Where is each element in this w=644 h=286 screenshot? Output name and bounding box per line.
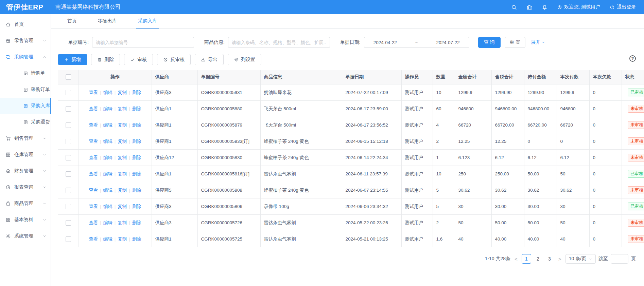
sidebar-item[interactable]: 报表查询	[0, 179, 51, 195]
edit-link[interactable]: 编辑	[103, 236, 112, 242]
sidebar-item[interactable]: 零售管理	[0, 33, 51, 49]
order-no-input[interactable]	[92, 37, 194, 48]
copy-link[interactable]: 复制	[118, 236, 127, 242]
copy-link[interactable]: 复制	[118, 122, 127, 128]
sidebar-item[interactable]: 采购管理	[0, 49, 51, 65]
copy-link[interactable]: 复制	[118, 220, 127, 225]
jump-label: 跳至	[598, 256, 608, 262]
search-button[interactable]: 查 询	[478, 37, 501, 48]
tab-item[interactable]: 采购入库	[136, 14, 159, 28]
copy-link[interactable]: 复制	[118, 204, 127, 209]
edit-link[interactable]: 编辑	[103, 204, 112, 209]
edit-link[interactable]: 编辑	[103, 188, 112, 193]
page-number[interactable]: 3	[545, 254, 554, 264]
sidebar-item[interactable]: 仓库管理	[0, 147, 51, 163]
search-icon[interactable]	[511, 4, 517, 10]
bank-icon[interactable]	[526, 4, 532, 10]
row-checkbox[interactable]	[66, 122, 71, 128]
delete-button[interactable]: 删除	[91, 54, 120, 65]
copy-link[interactable]: 复制	[118, 171, 127, 176]
page-number[interactable]: 1	[522, 254, 531, 264]
view-link[interactable]: 查看	[89, 90, 98, 95]
sidebar-subitem[interactable]: 采购退货	[0, 114, 51, 130]
view-link[interactable]: 查看	[89, 155, 98, 160]
sidebar-item[interactable]: 系统管理	[0, 228, 51, 244]
row-actions: 查看|编辑|复制|删除	[79, 117, 152, 133]
view-link[interactable]: 查看	[89, 220, 98, 225]
edit-link[interactable]: 编辑	[103, 220, 112, 225]
column-settings-button[interactable]: 列设置	[228, 54, 261, 65]
add-button[interactable]: 新增	[58, 54, 87, 65]
cell-supplier: 供应商1	[152, 133, 197, 150]
row-checkbox[interactable]	[66, 106, 71, 112]
view-link[interactable]: 查看	[89, 106, 98, 111]
delete-link[interactable]: 删除	[132, 204, 141, 209]
sidebar-subitem[interactable]: 采购入库	[0, 98, 51, 114]
grid-icon	[5, 217, 11, 223]
page-size-select[interactable]: 10 条/页	[565, 254, 596, 264]
sidebar-subitem[interactable]: 请购单	[0, 65, 51, 81]
logout-button[interactable]: 退出登录	[610, 4, 636, 10]
audit-button[interactable]: 审核	[124, 54, 153, 65]
view-link[interactable]: 查看	[89, 139, 98, 144]
edit-link[interactable]: 编辑	[103, 155, 112, 160]
row-checkbox[interactable]	[66, 139, 71, 144]
jump-page-input[interactable]	[611, 254, 628, 264]
row-checkbox[interactable]	[66, 90, 71, 95]
next-page-button[interactable]: >	[557, 256, 563, 262]
date-from[interactable]: 2024-04-22	[373, 40, 397, 45]
view-link[interactable]: 查看	[89, 188, 98, 193]
page-number[interactable]: 2	[533, 254, 543, 264]
prev-page-button[interactable]: <	[513, 256, 519, 262]
export-button[interactable]: 导出	[195, 54, 224, 65]
sidebar-item[interactable]: 商品管理	[0, 195, 51, 212]
date-range-picker[interactable]: 2024-04-22 ~ 2024-07-22	[364, 37, 469, 48]
delete-link[interactable]: 删除	[132, 139, 141, 144]
copy-link[interactable]: 复制	[118, 106, 127, 111]
unaudit-button[interactable]: 反审核	[157, 54, 191, 65]
edit-link[interactable]: 编辑	[103, 139, 112, 144]
tab-item[interactable]: 首页	[66, 14, 79, 28]
delete-link[interactable]: 删除	[132, 90, 141, 95]
welcome-user[interactable]: 欢迎您, 测试用户	[557, 4, 600, 10]
select-all-checkbox[interactable]	[66, 74, 71, 80]
view-link[interactable]: 查看	[89, 122, 98, 128]
view-link[interactable]: 查看	[89, 171, 98, 176]
row-checkbox[interactable]	[66, 220, 71, 226]
edit-link[interactable]: 编辑	[103, 171, 112, 176]
copy-link[interactable]: 复制	[118, 90, 127, 95]
row-checkbox[interactable]	[66, 236, 71, 242]
expand-toggle[interactable]: 展开	[531, 39, 545, 45]
delete-link[interactable]: 删除	[132, 188, 141, 193]
edit-link[interactable]: 编辑	[103, 122, 112, 128]
row-checkbox[interactable]	[66, 171, 71, 177]
delete-link[interactable]: 删除	[132, 122, 141, 128]
sidebar-item[interactable]: 销售管理	[0, 130, 51, 147]
row-checkbox[interactable]	[66, 188, 71, 193]
view-link[interactable]: 查看	[89, 236, 98, 242]
sidebar-item[interactable]: 首页	[0, 16, 51, 33]
edit-link[interactable]: 编辑	[103, 106, 112, 111]
reset-button[interactable]: 重 置	[505, 37, 526, 48]
sidebar-subitem[interactable]: 采购订单	[0, 81, 51, 98]
sidebar-item[interactable]: 财务管理	[0, 163, 51, 179]
delete-link[interactable]: 删除	[132, 236, 141, 242]
row-checkbox[interactable]	[66, 155, 71, 160]
delete-link[interactable]: 删除	[132, 155, 141, 160]
bell-icon[interactable]	[542, 4, 547, 10]
sidebar-item[interactable]: 基本资料	[0, 212, 51, 228]
edit-link[interactable]: 编辑	[103, 90, 112, 95]
copy-link[interactable]: 复制	[118, 155, 127, 160]
copy-link[interactable]: 复制	[118, 188, 127, 193]
copy-link[interactable]: 复制	[118, 139, 127, 144]
delete-link[interactable]: 删除	[132, 171, 141, 176]
cell-owed: 0	[589, 231, 622, 247]
tab-item[interactable]: 零售出库	[96, 14, 119, 28]
product-info-input[interactable]	[228, 37, 330, 48]
row-checkbox[interactable]	[66, 204, 71, 209]
view-link[interactable]: 查看	[89, 204, 98, 209]
delete-link[interactable]: 删除	[132, 220, 141, 225]
help-icon[interactable]: ?	[629, 55, 636, 62]
date-to[interactable]: 2024-07-22	[436, 40, 460, 45]
delete-link[interactable]: 删除	[132, 106, 141, 111]
